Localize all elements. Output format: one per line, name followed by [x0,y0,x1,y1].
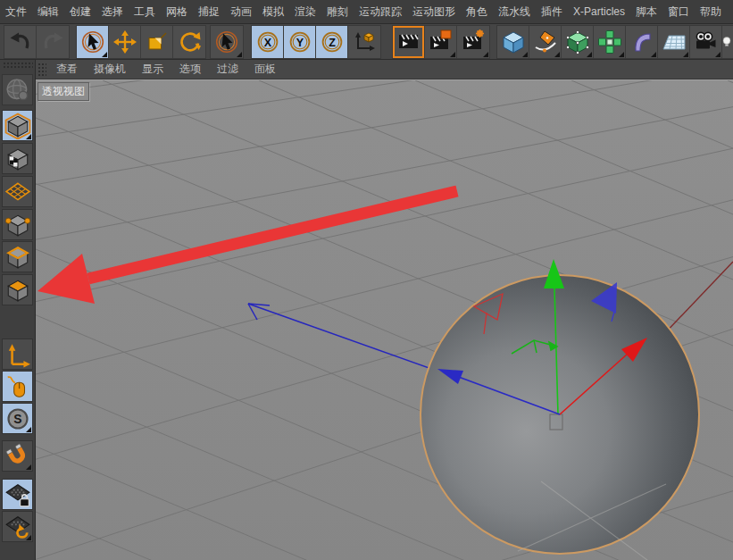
menu-item-window[interactable]: 窗口 [662,0,695,23]
render-view-icon [396,29,421,54]
viewport-menu-bar: 查看 摄像机 显示 选项 过滤 面板 [36,60,733,79]
add-cube-button[interactable] [497,26,529,58]
viewport-menu-drag-handle[interactable] [37,63,46,77]
magnet-icon [4,443,31,470]
mouse-icon [4,373,31,400]
subdivision-surface-button[interactable] [562,26,594,58]
menu-item-plugins[interactable]: 插件 [536,0,568,23]
align-workplane-button[interactable] [2,511,33,542]
coordinate-system-button[interactable] [348,26,380,58]
scale-icon [145,29,170,54]
live-selection-button[interactable] [77,26,109,58]
polygons-mode-button[interactable] [2,274,33,305]
undo-icon [8,29,33,54]
menu-item-x-particles[interactable]: X-Particles [568,0,630,23]
lock-z-axis-button[interactable]: Z [316,26,348,58]
texture-mode-button[interactable] [2,143,33,174]
viewport-menu-cameras[interactable]: 摄像机 [86,60,134,79]
floor-environment-button[interactable] [658,26,690,58]
model-mode-icon [4,113,31,139]
object-creation-group [496,25,733,59]
light-icon [722,29,733,54]
bend-deformer-icon [629,29,654,54]
menu-item-help[interactable]: 帮助 [695,0,727,23]
menu-item-simulate[interactable]: 模拟 [257,0,289,23]
axis-lock-group: X Y Z [251,25,381,59]
last-used-tool-button[interactable] [211,26,243,58]
make-editable-button[interactable] [2,74,33,105]
live-selection-icon [80,29,105,54]
model-mode-button[interactable] [2,110,33,141]
scale-tool-button[interactable] [141,26,173,58]
camera-icon [694,29,719,54]
viewport-menu-panel[interactable]: 面板 [246,60,284,79]
menu-item-script[interactable]: 脚本 [630,0,662,23]
enable-axis-button[interactable] [2,339,33,370]
render-to-picture-viewer-button[interactable] [425,26,457,58]
tweak-mode-button[interactable] [2,371,33,402]
viewport-canvas[interactable] [36,80,733,560]
rotate-icon [177,29,202,54]
viewport-menu-display[interactable]: 显示 [134,60,171,79]
enable-axis-icon [4,341,31,368]
menu-item-select[interactable]: 选择 [96,0,129,23]
menu-item-pipeline[interactable]: 流水线 [493,0,536,23]
snap-s-button[interactable]: S [2,403,33,434]
x-axis-icon: X [255,29,280,54]
edges-mode-button[interactable] [2,241,33,272]
annotation-arrow [37,191,457,304]
menu-item-tools[interactable]: 工具 [129,0,161,23]
render-group [392,25,490,59]
menu-item-motion-tracker[interactable]: 运动跟踪 [354,0,407,23]
svg-text:X: X [263,36,271,48]
viewport-menu-view[interactable]: 查看 [48,60,86,79]
svg-text:S: S [13,412,21,426]
move-tool-button[interactable] [109,26,141,58]
render-view-button[interactable] [393,26,425,58]
redo-button[interactable] [37,26,69,58]
menu-item-sculpt[interactable]: 雕刻 [321,0,354,23]
menu-item-mesh[interactable]: 网格 [161,0,193,23]
rotate-tool-button[interactable] [173,26,205,58]
edit-render-settings-button[interactable] [457,26,489,58]
workplane-mode-icon [4,179,31,205]
y-axis-icon: Y [287,29,312,54]
menu-item-snap[interactable]: 捕捉 [193,0,225,23]
undo-button[interactable] [4,26,37,58]
lock-x-axis-button[interactable]: X [252,26,284,58]
cinema4d-window: 文件 编辑 创建 选择 工具 网格 捕捉 动画 模拟 渲染 雕刻 运动跟踪 运动… [0,0,733,560]
workplane-mode-button[interactable] [2,176,33,207]
menu-item-mograph[interactable]: 运动图形 [407,0,461,23]
subdivision-surface-icon [565,29,590,54]
viewport-view-label: 透视视图 [37,82,89,101]
palette-drag-handle[interactable] [3,62,33,70]
enable-snap-button[interactable] [2,440,33,472]
viewport-menu-filter[interactable]: 过滤 [209,60,246,79]
deformers-button[interactable] [626,26,658,58]
menu-item-create[interactable]: 创建 [64,0,96,23]
main-toolbar: X Y Z [0,24,733,60]
floor-grid-icon [662,29,687,54]
transform-tools-group [76,25,206,59]
menu-item-edit[interactable]: 编辑 [32,0,64,23]
pen-spline-button[interactable] [529,26,562,58]
lock-workplane-button[interactable] [2,479,33,510]
coordinate-system-icon [352,29,377,54]
camera-button[interactable] [690,26,722,58]
polygons-mode-icon [4,277,31,304]
mode-palette: S [0,60,36,560]
points-mode-button[interactable] [2,209,33,240]
menu-item-render[interactable]: 渲染 [289,0,321,23]
perspective-viewport[interactable]: 透视视图 [36,79,733,560]
viewport-menu-options[interactable]: 选项 [171,60,209,79]
generators-button[interactable] [594,26,626,58]
menu-item-animate[interactable]: 动画 [225,0,257,23]
pen-icon [533,29,558,54]
light-button[interactable] [722,26,733,58]
menu-item-character[interactable]: 角色 [461,0,493,23]
render-settings-icon [462,29,486,54]
z-axis-icon: Z [320,29,345,54]
menu-item-file[interactable]: 文件 [0,0,32,23]
lock-y-axis-button[interactable]: Y [284,26,316,58]
edges-mode-icon [4,244,31,271]
